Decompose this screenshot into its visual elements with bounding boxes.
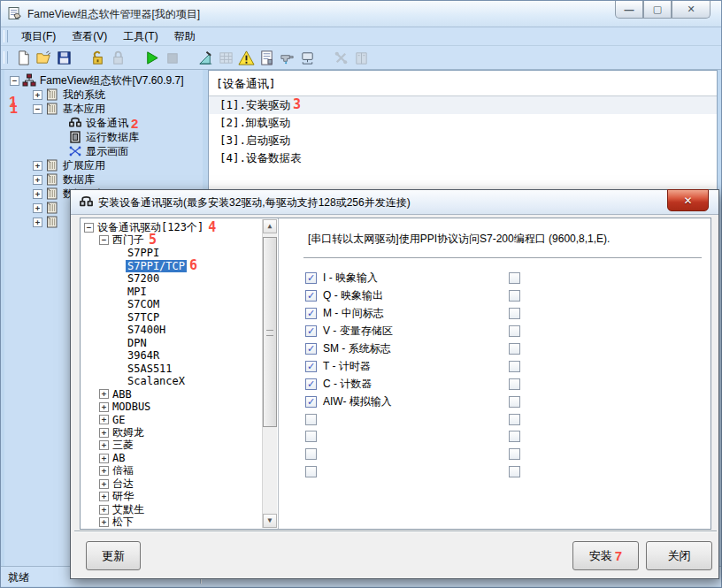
unchecked-checkbox[interactable]: [509, 466, 520, 477]
driver-tree-item[interactable]: DPN: [81, 337, 278, 350]
driver-tree-item[interactable]: S7COM: [81, 298, 278, 311]
new-file-button[interactable]: [13, 48, 34, 68]
driver-tree-item[interactable]: −西门子5: [81, 234, 278, 248]
menu-item-2[interactable]: 工具(T): [115, 27, 165, 46]
close-button[interactable]: 关闭: [646, 541, 712, 570]
close-button[interactable]: ✕: [672, 1, 710, 19]
driver-tree-scrollbar[interactable]: ▲ ▼: [262, 219, 277, 528]
run-button[interactable]: [142, 48, 162, 68]
unchecked-checkbox[interactable]: [509, 448, 520, 460]
expand-icon[interactable]: +: [33, 203, 42, 213]
unchecked-checkbox[interactable]: [509, 431, 520, 442]
driver-tree-item[interactable]: S5AS511: [81, 363, 278, 376]
scrollbar-thumb[interactable]: [263, 237, 277, 427]
driver-tree-item[interactable]: +ABB: [81, 388, 278, 401]
tree-item[interactable]: +数据库: [4, 172, 203, 187]
network-button[interactable]: [297, 48, 318, 68]
tree-item[interactable]: 显示画面: [4, 144, 203, 158]
expand-icon[interactable]: +: [33, 218, 42, 227]
driver-tree-item[interactable]: ScalanceX: [81, 375, 278, 388]
driver-tree-item[interactable]: 3964R: [81, 349, 278, 363]
expand-icon[interactable]: +: [33, 161, 42, 171]
driver-tree-item[interactable]: S7PPI/TCP6: [81, 260, 278, 273]
install-driver-dialog: 安装设备通讯驱动(最多安装32驱动,每驱动支持128或256并发连接) ✕ ▲ …: [70, 189, 719, 579]
driver-tree-item[interactable]: S7TCP: [81, 311, 278, 325]
unchecked-checkbox[interactable]: [509, 343, 520, 355]
design-button[interactable]: [196, 48, 216, 68]
scroll-down-icon[interactable]: ▼: [263, 514, 277, 528]
checked-checkbox[interactable]: ✓: [305, 325, 317, 337]
unchecked-checkbox[interactable]: [509, 290, 520, 302]
checked-checkbox[interactable]: ✓: [305, 378, 317, 390]
unchecked-checkbox[interactable]: [305, 414, 317, 425]
menu-item-3[interactable]: 帮助: [166, 27, 204, 46]
driver-tree-item[interactable]: MPI: [81, 286, 278, 299]
open-project-button[interactable]: [34, 48, 54, 68]
unchecked-checkbox[interactable]: [509, 272, 520, 284]
checked-checkbox[interactable]: ✓: [305, 343, 317, 355]
expand-icon[interactable]: +: [33, 189, 42, 199]
expand-icon[interactable]: +: [33, 90, 42, 100]
collapse-icon[interactable]: −: [99, 235, 109, 245]
expand-icon[interactable]: +: [99, 505, 109, 515]
checked-checkbox[interactable]: ✓: [305, 308, 317, 319]
expand-icon[interactable]: +: [99, 492, 109, 501]
collapse-icon[interactable]: −: [10, 76, 19, 86]
collapse-icon[interactable]: −: [33, 104, 42, 114]
maximize-button[interactable]: ▢: [643, 1, 672, 19]
expand-icon[interactable]: +: [33, 175, 42, 185]
expand-icon[interactable]: +: [99, 389, 109, 399]
faucet-button[interactable]: [277, 48, 297, 68]
report-button[interactable]: [257, 48, 277, 68]
content-list-item[interactable]: [4].设备数据表: [209, 149, 717, 167]
tree-item[interactable]: 1−基本应用: [4, 102, 203, 116]
collapse-icon[interactable]: −: [84, 223, 94, 233]
unchecked-checkbox[interactable]: [305, 466, 317, 477]
expand-icon[interactable]: +: [99, 517, 109, 527]
expand-icon[interactable]: +: [99, 440, 109, 450]
expand-icon[interactable]: +: [99, 479, 109, 489]
driver-tree-item[interactable]: S7200: [81, 272, 278, 286]
expand-icon[interactable]: +: [99, 466, 109, 476]
tree-item[interactable]: +扩展应用: [4, 158, 203, 172]
update-button[interactable]: 更新: [86, 541, 141, 570]
unchecked-checkbox[interactable]: [509, 361, 520, 372]
checked-checkbox[interactable]: ✓: [305, 290, 317, 302]
unchecked-checkbox[interactable]: [509, 396, 520, 408]
tree-item[interactable]: 运行数据库: [4, 130, 203, 144]
save-button[interactable]: [54, 48, 74, 68]
expand-icon[interactable]: +: [99, 454, 109, 463]
tree-item[interactable]: +我的系统: [4, 88, 203, 102]
unchecked-checkbox[interactable]: [509, 378, 520, 390]
content-list-item[interactable]: [3].启动驱动: [209, 132, 717, 149]
unchecked-checkbox[interactable]: [509, 308, 520, 319]
expand-icon[interactable]: +: [99, 402, 109, 412]
unchecked-checkbox[interactable]: [305, 448, 317, 460]
expand-icon[interactable]: +: [99, 428, 109, 438]
unchecked-checkbox[interactable]: [305, 431, 317, 442]
content-list-item[interactable]: [2].卸载驱动: [209, 114, 717, 132]
driver-tree-item[interactable]: +三菱: [81, 439, 278, 453]
update-button-label: 更新: [102, 548, 125, 564]
scroll-up-icon[interactable]: ▲: [263, 219, 277, 233]
content-list-item[interactable]: [1].安装驱动3: [209, 96, 717, 114]
driver-tree-item[interactable]: +松下: [81, 516, 278, 530]
driver-tree-item[interactable]: S7PPI: [81, 247, 278, 260]
dialog-close-button[interactable]: ✕: [667, 189, 709, 211]
expand-icon[interactable]: +: [99, 415, 109, 424]
checked-checkbox[interactable]: ✓: [305, 272, 317, 284]
unchecked-checkbox[interactable]: [509, 325, 520, 337]
checked-checkbox[interactable]: ✓: [305, 361, 317, 372]
install-button[interactable]: 安装 7: [572, 541, 639, 570]
warning-button[interactable]: [236, 48, 257, 68]
driver-tree-item[interactable]: +MODBUS: [81, 401, 278, 414]
menu-item-1[interactable]: 查看(V): [64, 27, 115, 46]
driver-tree-item[interactable]: S7400H: [81, 324, 278, 337]
minimize-button[interactable]: —: [615, 1, 643, 19]
tree-item[interactable]: 设备通讯2: [4, 116, 203, 130]
unchecked-checkbox[interactable]: [509, 414, 520, 425]
unlock-button[interactable]: [88, 48, 108, 68]
checked-checkbox[interactable]: ✓: [305, 396, 317, 408]
tree-item[interactable]: −FameView组态软件[V7.60.9.7]: [4, 73, 203, 88]
menu-item-0[interactable]: 项目(F): [13, 27, 64, 46]
